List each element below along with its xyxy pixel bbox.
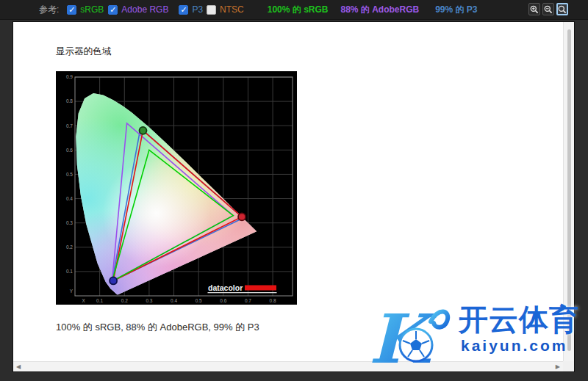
ntsc-checkbox-label[interactable]: NTSC [220,4,244,15]
svg-text:datacolor: datacolor [208,283,243,292]
p3-checkbox-label[interactable]: P3 [192,4,203,15]
svg-text:0.4: 0.4 [171,298,177,303]
stat-p3-coverage: 99% 的 P3 [435,4,477,16]
svg-text:0.9: 0.9 [66,74,73,79]
watermark-text-block: 开云体育 kaiyun.com [459,302,579,355]
svg-text:0.3: 0.3 [146,298,152,303]
scroll-left-arrow-icon[interactable]: ◀ [16,364,21,370]
svg-text:0.7: 0.7 [66,123,73,128]
srgb-checkbox-label[interactable]: sRGB [80,4,104,15]
reference-toolbar: 参考: sRGB Adobe RGB P3 NTSC 100% 的 sRGB 8… [0,0,588,20]
svg-text:0.8: 0.8 [66,98,73,104]
svg-text:0.2: 0.2 [121,298,128,303]
zoom-out-button[interactable] [542,3,554,15]
svg-text:0.1: 0.1 [96,298,103,303]
magnifier-button[interactable] [556,3,568,15]
checkbox-group-adobergb: Adobe RGB [108,4,168,15]
kaiyun-logo-icon: K [368,302,454,372]
reference-label: 参考: [39,4,59,16]
checkbox-group-srgb: sRGB [67,4,104,15]
adobergb-checkbox-label[interactable]: Adobe RGB [121,4,168,15]
kaiyun-watermark: K 开云体育 kaiyun.com [368,302,581,372]
svg-text:0.8: 0.8 [270,298,276,303]
watermark-domain: kaiyun.com [459,337,579,355]
svg-text:0.6: 0.6 [220,298,226,303]
svg-text:Y: Y [70,289,74,294]
cie-gamut-chart: 0.10.20.30.40.50.60.70.80.10.20.30.40.50… [56,71,297,305]
gamut-coverage-caption: 100% 的 sRGB, 88% 的 AdobeRGB, 99% 的 P3 [56,321,259,334]
stat-adobergb-coverage: 88% 的 AdobeRGB [340,4,419,16]
svg-text:0.4: 0.4 [66,196,73,201]
svg-text:0.1: 0.1 [66,269,73,274]
svg-text:0.5: 0.5 [196,298,202,303]
checkbox-group-p3: P3 [179,4,203,15]
magnifier-icon [558,5,567,14]
stat-srgb-coverage: 100% 的 sRGB [268,4,329,16]
svg-text:0.3: 0.3 [66,220,73,225]
svg-text:X: X [82,298,86,303]
svg-text:0.6: 0.6 [66,148,73,153]
svg-text:0.5: 0.5 [66,172,73,177]
zoom-in-icon [530,5,539,14]
ntsc-checkbox[interactable] [207,5,216,15]
zoom-in-button[interactable] [528,3,540,15]
watermark-brand: 开云体育 [459,302,579,336]
srgb-checkbox[interactable] [67,5,76,15]
zoom-button-group [528,3,568,15]
p3-checkbox[interactable] [179,5,188,15]
page-title: 显示器的色域 [56,46,111,58]
checkbox-group-ntsc: NTSC [207,4,244,15]
svg-text:0.2: 0.2 [66,244,73,250]
zoom-out-icon [544,5,553,14]
adobergb-checkbox[interactable] [108,5,118,15]
svg-text:0.7: 0.7 [245,298,251,303]
